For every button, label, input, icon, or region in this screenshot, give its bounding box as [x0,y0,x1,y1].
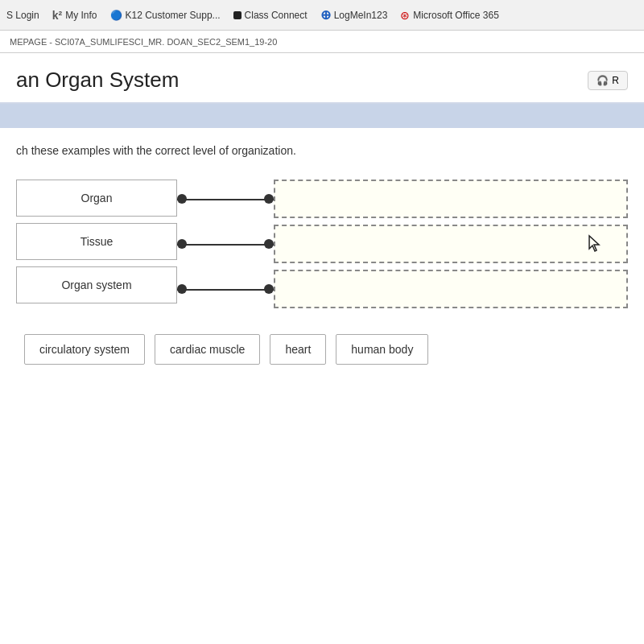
connection-row-2 [177,225,274,263]
k12-support-label: K12 Customer Supp... [126,10,221,21]
matching-exercise: Organ Tissue Organ system [16,180,628,308]
organ-label-text: Organ [81,192,113,204]
dot-left-2 [177,239,187,249]
toolbar-my-info[interactable]: k² My Info [52,9,97,22]
class-connect-icon [233,11,242,19]
toolbar-class-connect[interactable]: Class Connect [233,10,308,21]
tissue-label-text: Tissue [80,235,114,248]
drop-box-3[interactable] [274,270,628,308]
my-info-label: My Info [65,10,97,21]
word-chip-heart[interactable]: heart [270,334,326,365]
human-body-text: human body [351,343,413,356]
dot-right-3 [264,284,274,294]
instruction-text: ch these examples with the correct level… [16,144,628,157]
cardiac-text: cardiac muscle [170,343,245,356]
browser-toolbar: S Login k² My Info 🔵 K12 Customer Supp..… [0,0,644,31]
connector-line-1 [177,199,274,200]
left-labels: Organ Tissue Organ system [16,180,177,308]
label-organ-system: Organ system [16,266,177,303]
read-aloud-label: R [612,75,619,86]
ms-office-label: Microsoft Office 365 [413,10,499,21]
dot-right-2 [264,239,274,249]
toolbar-logmein[interactable]: ⊕ LogMeIn123 [320,7,388,23]
dot-right-1 [264,194,274,204]
connection-row-3 [177,270,274,308]
dot-left-1 [177,194,187,204]
page-header: 🎧 R an Organ System [0,53,644,104]
word-chip-human-body[interactable]: human body [336,334,428,365]
logmein-label: LogMeIn123 [334,10,388,21]
arrow-icon: 🔵 [110,10,122,21]
page-title: an Organ System [16,68,628,93]
ms-office-icon: ⊛ [400,9,410,22]
headphones-icon: 🎧 [597,75,609,86]
right-boxes [274,180,628,308]
label-tissue: Tissue [16,223,177,260]
logmein-icon: ⊕ [320,7,331,23]
heart-text: heart [285,343,311,356]
instruction-content: ch these examples with the correct level… [16,144,296,157]
word-chip-circulatory[interactable]: circulatory system [24,334,145,365]
word-chip-cardiac[interactable]: cardiac muscle [155,334,260,365]
circulatory-text: circulatory system [39,343,130,356]
dot-left-3 [177,284,187,294]
word-bank: circulatory system cardiac muscle heart … [16,334,628,365]
connector-line-2 [177,244,274,246]
toolbar-ms-office[interactable]: ⊛ Microsoft Office 365 [400,9,499,22]
toolbar-k12-support[interactable]: 🔵 K12 Customer Supp... [110,10,221,21]
s-login-label: S Login [6,10,39,21]
connection-row-1 [177,180,274,218]
connector-line-3 [177,289,274,291]
toolbar-s-login[interactable]: S Login [6,10,39,21]
banner-strip [0,104,644,128]
drop-box-1[interactable] [274,180,628,218]
class-connect-label: Class Connect [245,10,308,21]
address-bar: MEPAGE - SCI07A_SUMLIFESCI_MR. DOAN_SEC2… [0,31,644,53]
page-content: 🎧 R an Organ System ch these examples wi… [0,53,644,644]
page-title-text: an Organ System [16,68,179,92]
address-text: MEPAGE - SCI07A_SUMLIFESCI_MR. DOAN_SEC2… [10,37,277,47]
activity-area: ch these examples with the correct level… [0,128,644,378]
organ-system-label-text: Organ system [61,279,131,291]
label-organ: Organ [16,180,177,217]
connection-area [177,180,274,308]
read-aloud-button[interactable]: 🎧 R [588,71,628,90]
k-icon: k² [52,9,62,22]
drop-box-2[interactable] [274,225,628,263]
